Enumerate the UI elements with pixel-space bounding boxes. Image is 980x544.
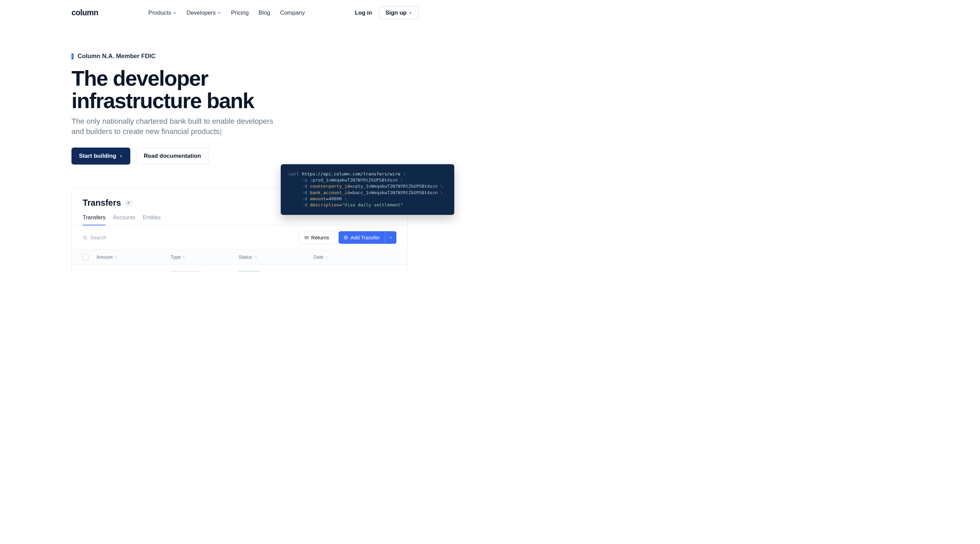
status-pill: Settled <box>239 271 260 272</box>
signup-label: Sign up <box>385 10 407 16</box>
chevron-right-icon <box>119 154 123 158</box>
nav-blog[interactable]: Blog <box>259 10 270 16</box>
hero-title: The developer infrastructure bank <box>72 67 418 112</box>
column-status[interactable]: Status↑↓ <box>239 254 313 260</box>
column-amount[interactable]: Amount↑↓ <box>96 254 170 260</box>
returns-label: Returns <box>311 235 329 240</box>
sort-icon: ↑↓ <box>254 255 258 259</box>
search-icon <box>83 235 88 240</box>
table-header: Amount↑↓ Type↑↓ Status↑↓ Date↑↓ <box>72 250 407 265</box>
cta-row: Start building Read documentation <box>72 147 418 165</box>
badge-text: Column N.A. Member FDIC <box>78 53 156 60</box>
login-link[interactable]: Log in <box>355 10 372 16</box>
code-snippet: curl https://api.column.com/transfers/wi… <box>281 164 454 215</box>
returns-icon <box>304 235 309 240</box>
start-building-label: Start building <box>79 153 116 159</box>
start-building-button[interactable]: Start building <box>72 147 130 165</box>
add-transfer-button[interactable]: Add Transfer <box>339 231 385 244</box>
main-nav: Products Developers Pricing Blog Company <box>112 10 341 16</box>
plus-icon <box>127 201 130 205</box>
tab-entities[interactable]: Entities <box>143 214 161 225</box>
chevron-down-icon <box>389 236 393 239</box>
nav-company[interactable]: Company <box>280 10 305 16</box>
badge: Column N.A. Member FDIC <box>72 53 418 60</box>
nav-products[interactable]: Products <box>148 10 177 16</box>
read-docs-button[interactable]: Read documentation <box>136 147 209 165</box>
svg-point-2 <box>83 236 86 239</box>
panel-tabs: Transfers Accounts Entities <box>72 214 407 225</box>
panel-title: Transfers <box>83 198 121 208</box>
tab-transfers[interactable]: Transfers <box>83 214 105 225</box>
nav-developers-label: Developers <box>186 10 216 16</box>
add-tab-button[interactable] <box>125 200 132 206</box>
chevron-down-icon <box>173 11 177 14</box>
select-all-checkbox[interactable] <box>83 254 89 260</box>
returns-button[interactable]: Returns <box>299 231 335 244</box>
add-transfer-dropdown[interactable] <box>385 231 396 244</box>
sort-icon: ↑↓ <box>325 255 329 259</box>
hero-title-line1: The developer <box>72 66 208 90</box>
sort-icon: ↑↓ <box>115 255 118 259</box>
nav-pricing[interactable]: Pricing <box>231 10 249 16</box>
nav-developers[interactable]: Developers <box>186 10 221 16</box>
signup-button[interactable]: Sign up <box>379 6 418 19</box>
nav-products-label: Products <box>148 10 171 16</box>
svg-line-3 <box>86 238 87 239</box>
auth-group: Log in Sign up <box>355 6 418 19</box>
column-date[interactable]: Date↑↓ <box>313 254 378 260</box>
logo[interactable]: column <box>72 8 98 17</box>
sort-icon: ↑↓ <box>182 255 186 259</box>
header: column Products Developers Pricing Blog … <box>72 0 418 25</box>
chevron-right-icon <box>409 11 412 14</box>
typing-cursor <box>221 128 221 135</box>
toolbar: Search Returns Add Transfer <box>72 225 407 250</box>
badge-bar-icon <box>72 53 73 60</box>
type-pill: ACH Credit <box>170 271 201 272</box>
plus-circle-icon <box>344 235 348 240</box>
search-placeholder: Search <box>90 235 107 240</box>
hero-section: Column N.A. Member FDIC The developer in… <box>72 25 418 272</box>
table-row[interactable]: $119.99 ACH Credit Settled 04-25-2022 ••… <box>72 265 407 272</box>
add-transfer-group: Add Transfer <box>339 231 396 244</box>
hero-subtitle: The only nationally chartered bank built… <box>72 116 286 136</box>
search-input[interactable]: Search <box>83 235 295 240</box>
column-type[interactable]: Type↑↓ <box>170 254 239 260</box>
chevron-down-icon <box>218 11 221 14</box>
tab-accounts[interactable]: Accounts <box>113 214 135 225</box>
hero-title-line2: infrastructure bank <box>72 89 254 113</box>
add-transfer-label: Add Transfer <box>350 235 380 240</box>
